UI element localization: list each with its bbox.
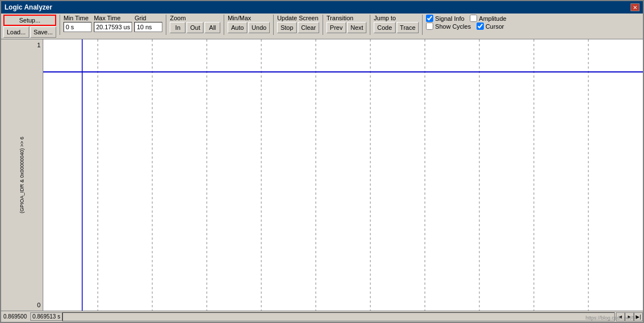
signal-info-row: Signal Info Amplitude [426,15,506,22]
zoom-group: Zoom In Out All [170,15,220,33]
cursor-checkbox-group: Cursor [477,23,504,30]
amplitude-checkbox[interactable] [470,15,477,22]
signal-label: (GPIOA_IDR & 0x00000040) >> 6 [19,54,25,296]
prev-button[interactable]: Prev [326,22,346,33]
time-group: Min Time 0 s [64,15,92,32]
jump-to-label: Jump to [374,15,396,21]
signal-info-checkbox[interactable] [426,15,433,22]
code-trace-row: Code Trace [374,22,419,33]
signal-info-checkbox-group: Signal Info [426,15,464,22]
sep6 [370,15,370,35]
file-group: Setup... Load... Save... [3,15,56,38]
max-time-label: Max Time [94,15,121,21]
stop-button[interactable]: Stop [277,22,297,33]
scrollbar[interactable] [62,312,615,321]
update-screen-label: Update Screen [277,15,318,21]
update-label-row: Update Screen [277,15,319,21]
left-panel: 1 (GPIOA_IDR & 0x00000040) >> 6 0 [1,39,43,311]
sep2 [166,15,166,35]
amplitude-checkbox-group: Amplitude [470,15,506,22]
save-button[interactable]: Save... [30,26,56,38]
minmax-label-row: Min/Max [228,15,270,21]
sep3 [224,15,224,35]
signal-value-top: 1 [1,39,43,48]
cursor-time-label: 0.869513 s [30,312,63,321]
grid-value: 10 ns [134,22,162,32]
transition-label: Transition [326,15,353,21]
min-time-label: Min Time [64,15,89,21]
prev-next-row: Prev Next [326,22,366,33]
zoom-label-row: Zoom [170,15,220,21]
zoom-all-button[interactable]: All [205,22,220,33]
zoom-out-button[interactable]: Out [187,22,203,33]
setup-button[interactable]: Setup... [3,15,56,26]
load-button[interactable]: Load... [3,26,29,38]
grid-value-row: 10 ns [134,22,162,32]
zoom-buttons-row: In Out All [170,22,220,33]
sep1 [60,15,60,35]
grid-label-row: Grid [134,15,162,21]
jump-group: Jump to Code Trace [374,15,419,33]
show-cycles-row: Show Cycles Cursor [426,23,506,30]
bottom-bar: 0.869500 0.869513 s 0.870095 s 0.870762 … [1,311,643,322]
signal-info-label: Signal Info [435,15,464,22]
max-time-group: Max Time 20.17593 us [94,15,133,32]
cursor-checkbox[interactable] [477,23,484,30]
cursor-label: Cursor [486,23,504,30]
main-area: 1 (GPIOA_IDR & 0x00000040) >> 6 0 [1,39,643,311]
min-time-value: 0 s [64,22,92,32]
minmax-group: Min/Max Auto Undo [228,15,270,33]
load-save-row: Load... Save... [3,26,56,38]
zoom-label: Zoom [170,15,185,21]
grid-group: Grid 10 ns [134,15,162,32]
transition-label-row: Transition [326,15,366,21]
minmax-label: Min/Max [228,15,251,21]
toolbar: Setup... Load... Save... Min Time 0 s Ma… [1,14,643,39]
minmax-buttons-row: Auto Undo [228,22,270,33]
window-title: Logic Analyzer [4,3,52,11]
min-time-value-row: 0 s [64,22,92,32]
jump-label-row: Jump to [374,15,419,21]
transition-group: Transition Prev Next [326,15,366,33]
update-group: Update Screen Stop Clear [277,15,319,33]
zoom-in-button[interactable]: In [170,22,185,33]
max-time-value: 20.17593 us [94,22,133,32]
next-button[interactable]: Next [347,22,367,33]
max-time-value-row: 20.17593 us [94,22,133,32]
left-time-label: 0.869500 [1,313,29,320]
sep5 [323,15,323,35]
title-bar: Logic Analyzer ✕ [1,1,643,14]
code-button[interactable]: Code [374,22,395,33]
wave-area[interactable] [43,39,643,311]
logic-analyzer-window: Logic Analyzer ✕ Setup... Load... Save..… [0,0,644,323]
auto-button[interactable]: Auto [228,22,247,33]
watermark: https://blog.csdn.net/M... [586,315,641,321]
show-cycles-checkbox-group: Show Cycles [426,23,471,30]
waveform-svg [43,39,643,311]
show-cycles-label: Show Cycles [435,23,471,30]
max-time-label-row: Max Time [94,15,133,21]
sep4 [273,15,274,35]
grid-label: Grid [134,15,146,21]
stop-clear-row: Stop Clear [277,22,319,33]
min-time-row: Min Time [64,15,92,21]
checkboxes-group: Signal Info Amplitude Show Cycles Cursor [426,15,506,30]
sep7 [422,15,423,35]
trace-button[interactable]: Trace [397,22,419,33]
close-button[interactable]: ✕ [631,3,640,11]
undo-button[interactable]: Undo [248,22,270,33]
show-cycles-checkbox[interactable] [426,23,433,30]
signal-value-bottom: 0 [37,302,43,311]
amplitude-label: Amplitude [479,15,506,22]
clear-button[interactable]: Clear [298,22,319,33]
